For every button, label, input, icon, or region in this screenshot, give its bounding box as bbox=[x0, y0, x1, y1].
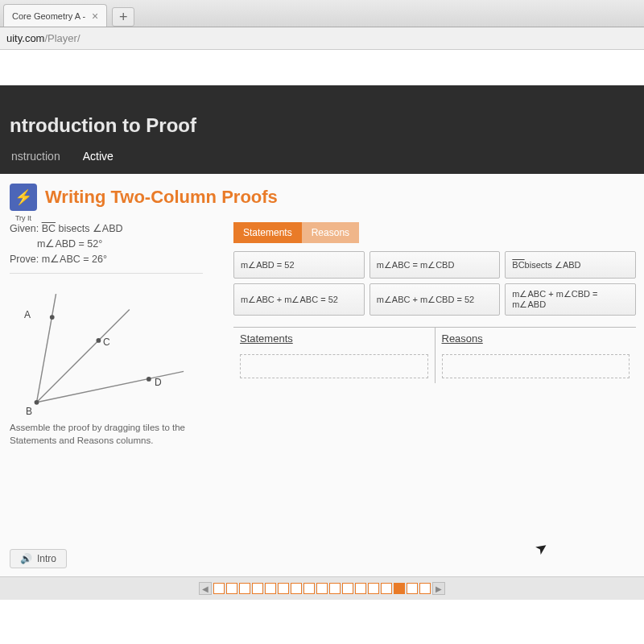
instructions-text: Assemble the proof by dragging tiles to … bbox=[10, 421, 219, 447]
browser-tab[interactable]: Core Geometry A - × bbox=[3, 4, 107, 27]
lesson-tabs: nstruction Active bbox=[10, 147, 644, 166]
proof-table: Statements Reasons bbox=[233, 327, 636, 383]
proof-tile[interactable]: m∠ABC = m∠CBD bbox=[369, 251, 501, 279]
close-tab-icon[interactable]: × bbox=[92, 10, 98, 23]
statements-header: Statements bbox=[233, 328, 435, 349]
work-area: Given: BC bisects ABD m∠ABD = 52° Prove:… bbox=[10, 222, 636, 447]
svg-point-4 bbox=[35, 400, 39, 405]
proof-tile[interactable]: m∠ABC + m∠CBD = m∠ABD bbox=[505, 283, 636, 316]
url-domain: uity.com bbox=[6, 32, 44, 44]
tab-active[interactable]: Active bbox=[81, 147, 115, 166]
point-d-label: D bbox=[155, 377, 162, 388]
tab-instruction[interactable]: nstruction bbox=[10, 147, 62, 166]
reason-drop-zone[interactable] bbox=[442, 354, 630, 378]
next-page-button[interactable]: ▶ bbox=[432, 582, 445, 595]
given-measure: m∠ABD = 52° bbox=[37, 237, 219, 250]
statement-drop-zone[interactable] bbox=[240, 354, 428, 378]
reasons-header: Reasons bbox=[436, 328, 637, 349]
page-indicator[interactable] bbox=[355, 583, 366, 594]
new-tab-button[interactable]: + bbox=[112, 7, 134, 27]
page-indicator[interactable] bbox=[239, 583, 250, 594]
statements-tab-button[interactable]: Statements bbox=[233, 222, 302, 243]
browser-tab-strip: Core Geometry A - × + bbox=[0, 0, 644, 27]
page-indicator[interactable] bbox=[407, 583, 418, 594]
intro-audio-button[interactable]: 🔊 Intro bbox=[10, 549, 67, 568]
point-a-label: A bbox=[24, 309, 31, 320]
lesson-title: ntroduction to Proof bbox=[10, 114, 644, 137]
page-indicator[interactable] bbox=[394, 583, 405, 594]
page-indicator[interactable] bbox=[329, 583, 341, 594]
page-indicator[interactable] bbox=[342, 583, 353, 594]
page-indicator[interactable] bbox=[368, 583, 379, 594]
content-area: ⚡ Try It Writing Two-Column Proofs Given… bbox=[0, 174, 644, 576]
prev-page-button[interactable]: ◀ bbox=[199, 582, 212, 595]
point-c-label: C bbox=[103, 336, 110, 348]
proof-tile[interactable]: m∠ABC + m∠CBD = 52 bbox=[369, 283, 501, 316]
given-line: Given: BC bisects ABD bbox=[10, 222, 219, 234]
lesson-header: ntroduction to Proof nstruction Active bbox=[0, 85, 644, 174]
page-indicator[interactable] bbox=[303, 583, 315, 594]
intro-label: Intro bbox=[37, 553, 56, 564]
tile-category-tabs: Statements Reasons bbox=[233, 222, 636, 243]
problem-panel: Given: BC bisects ABD m∠ABD = 52° Prove:… bbox=[10, 222, 219, 447]
page-indicator[interactable] bbox=[419, 583, 431, 594]
page-indicator[interactable] bbox=[278, 583, 289, 594]
address-bar[interactable]: uity.com /Player/ bbox=[0, 27, 644, 50]
section-header: ⚡ Try It Writing Two-Column Proofs bbox=[10, 184, 636, 211]
svg-point-5 bbox=[97, 338, 101, 343]
lightning-icon: ⚡ bbox=[14, 188, 32, 206]
page-indicator[interactable] bbox=[316, 583, 328, 594]
cursor-icon: ➤ bbox=[531, 538, 551, 559]
svg-point-6 bbox=[147, 377, 151, 382]
statements-column: Statements bbox=[233, 328, 436, 383]
page-navigator: ◀ ▶ bbox=[0, 576, 644, 600]
svg-point-3 bbox=[50, 315, 55, 320]
proof-builder: Statements Reasons m∠ABD = 52m∠ABC = m∠C… bbox=[233, 222, 636, 447]
speaker-icon: 🔊 bbox=[20, 553, 32, 564]
page-indicator[interactable] bbox=[381, 583, 392, 594]
section-title: Writing Two-Column Proofs bbox=[45, 187, 278, 208]
tab-title: Core Geometry A - bbox=[12, 11, 85, 21]
tile-bank: m∠ABD = 52m∠ABC = m∠CBDBC bisects ∠ABDm∠… bbox=[233, 251, 636, 316]
geometry-diagram: A B C D bbox=[10, 273, 203, 418]
proof-tile[interactable]: BC bisects ∠ABD bbox=[505, 251, 636, 279]
prove-line: Prove: m∠ABC = 26° bbox=[10, 253, 219, 265]
page-indicator[interactable] bbox=[226, 583, 237, 594]
reasons-column: Reasons bbox=[436, 328, 637, 383]
point-b-label: B bbox=[26, 406, 32, 417]
page-indicator[interactable] bbox=[252, 583, 263, 594]
proof-tile[interactable]: m∠ABD = 52 bbox=[233, 251, 365, 279]
page-indicator[interactable] bbox=[265, 583, 276, 594]
tryit-icon[interactable]: ⚡ Try It bbox=[10, 184, 37, 211]
reasons-tab-button[interactable]: Reasons bbox=[302, 222, 359, 243]
page-indicator[interactable] bbox=[213, 583, 225, 594]
proof-tile[interactable]: m∠ABC + m∠ABC = 52 bbox=[233, 283, 365, 316]
url-path: /Player/ bbox=[44, 32, 80, 44]
tryit-label: Try It bbox=[15, 214, 31, 222]
page-indicator[interactable] bbox=[291, 583, 302, 594]
